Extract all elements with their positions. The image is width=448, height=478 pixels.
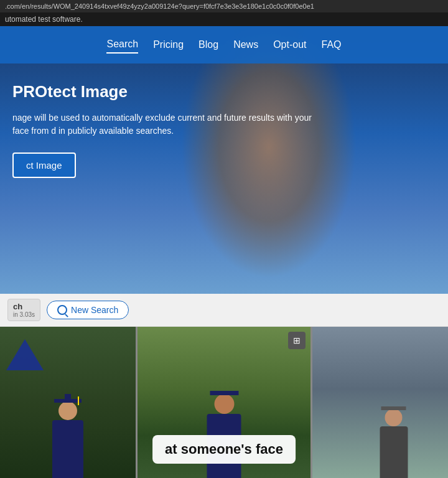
protect-section: PROtect Image nage will be used to autom…: [0, 63, 448, 190]
nav-item-pricing[interactable]: Pricing: [153, 37, 184, 53]
search-count-box: ch in 3.03s: [7, 299, 40, 321]
protect-image-button[interactable]: ct Image: [12, 152, 76, 178]
search-count-label: ch: [13, 302, 35, 311]
image-cell-3[interactable]: [312, 327, 448, 478]
cap-3: [381, 406, 406, 410]
graduation-cap: [54, 399, 82, 403]
nav-item-optout[interactable]: Opt-out: [273, 37, 306, 53]
protect-title: PROtect Image: [12, 82, 436, 101]
tassel: [78, 396, 79, 405]
person-head-2: [214, 394, 234, 414]
nav-item-news[interactable]: News: [233, 37, 258, 53]
protect-description: nage will be used to automatically exclu…: [12, 111, 324, 138]
new-search-button[interactable]: New Search: [47, 301, 129, 319]
nav-item-search[interactable]: Search: [106, 36, 138, 54]
caption-bubble: at someone's face: [152, 435, 296, 464]
search-time-label: in 3.03s: [13, 311, 35, 318]
person-head: [58, 401, 77, 420]
expand-icon-symbol: ⊞: [293, 335, 301, 345]
url-text: .com/en/results/WOM_240914s4txvef49z4yzy…: [5, 2, 314, 10]
person-figure-1: [52, 401, 83, 478]
search-icon: [57, 305, 67, 315]
nav-item-blog[interactable]: Blog: [198, 37, 218, 53]
image-cell-1[interactable]: [0, 327, 136, 478]
grad-cap-2: [210, 391, 238, 395]
person-figure-3: [380, 409, 408, 478]
nav-item-faq[interactable]: FAQ: [322, 37, 342, 53]
navigation-bar: Search Pricing Blog News Opt-out FAQ: [0, 26, 448, 63]
image-grid: ⊞ at someone's face: [0, 327, 448, 478]
expand-icon[interactable]: ⊞: [288, 332, 306, 349]
top-section: Search Pricing Blog News Opt-out FAQ PRO…: [0, 26, 448, 294]
bottom-section: ch in 3.03s New Search: [0, 294, 448, 478]
test-bar-text: utomated test software.: [5, 15, 83, 24]
person-body: [52, 420, 83, 478]
body-3: [380, 426, 408, 478]
search-results-bar: ch in 3.03s New Search: [0, 294, 448, 327]
new-search-label: New Search: [71, 305, 118, 315]
test-bar: utomated test software.: [0, 12, 448, 26]
url-bar: .com/en/results/WOM_240914s4txvef49z4yzy…: [0, 0, 448, 12]
caption-text: at someone's face: [165, 441, 283, 457]
person-head-3: [385, 409, 403, 426]
